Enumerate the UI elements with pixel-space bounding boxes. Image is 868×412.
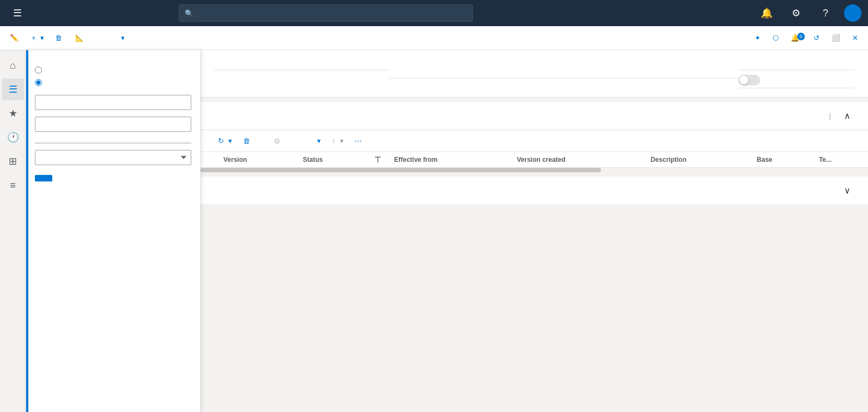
star-button[interactable]: ★ — [2, 102, 24, 124]
col-status[interactable]: Status — [296, 152, 368, 168]
description-input[interactable] — [35, 117, 191, 132]
compare-with-draft-button[interactable]: ⊙ — [270, 135, 287, 147]
option-group — [35, 65, 191, 86]
iso-section: ∨ — [201, 177, 868, 204]
config-fields — [214, 65, 855, 88]
nav-right: 🔔 ⚙ ? — [748, 2, 861, 24]
edit-icon: ✏️ — [10, 34, 19, 42]
create-configuration-panel — [26, 50, 201, 412]
run-button[interactable] — [104, 36, 112, 40]
configurations-button[interactable] — [131, 36, 140, 40]
versions-section: | ∧ ↻ ▾ 🗑 ⊙ — [201, 102, 868, 172]
versions-toolbar: ↻ ▾ 🗑 ⊙ — [201, 130, 868, 152]
notifications-badge-button[interactable]: 🔔0 — [786, 32, 806, 44]
description-config-field — [389, 65, 563, 88]
secondary-toolbar: ✏️ + ▾ 🗑 📐 ▾ ✦ ⬡ 🔔0 ↺ ⬜ ✕ — [0, 26, 868, 50]
search-bar[interactable]: 🔍 — [179, 4, 473, 22]
validate-button[interactable] — [93, 36, 101, 40]
main-layout: ⌂ ☰ ★ 🕐 ⊞ ≡ — [0, 50, 868, 412]
list-button[interactable]: ☰ — [2, 78, 24, 100]
configurations-section — [201, 50, 868, 98]
edit-button[interactable]: ✏️ — [5, 32, 25, 44]
radio-root-input[interactable] — [35, 66, 42, 74]
get-this-version-button[interactable] — [259, 139, 268, 143]
name-input[interactable] — [35, 95, 191, 110]
create-configuration-submit-button[interactable] — [35, 175, 52, 181]
recent-button[interactable]: 🕐 — [2, 126, 24, 148]
table-header-row: Version Status ⊤ Effective from Version … — [201, 152, 868, 168]
radio-root-item — [35, 65, 191, 74]
filter-icon: ⊤ — [374, 155, 381, 164]
toggle-thumb — [739, 76, 748, 84]
radio-derive-item — [35, 78, 191, 86]
upload-chevron-icon: ▾ — [340, 137, 344, 145]
name-config-field — [214, 65, 389, 88]
exchange-button[interactable]: ▾ — [114, 32, 129, 44]
more-options-button[interactable]: ⋯ — [350, 135, 366, 147]
config-provider-value — [35, 138, 191, 143]
open-new-window-button[interactable]: ⬡ — [768, 32, 783, 44]
help-button[interactable]: ? — [815, 2, 836, 24]
hamburger-menu-button[interactable]: ☰ — [7, 2, 28, 24]
radio-derive-input[interactable] — [35, 79, 42, 86]
target-model-select[interactable] — [35, 150, 191, 165]
compare-icon: ⊙ — [274, 137, 280, 145]
scroll-bar-thumb[interactable] — [201, 168, 601, 172]
rebase-button[interactable] — [300, 139, 308, 143]
dashboard-button[interactable]: ⊞ — [2, 150, 24, 172]
target-model-field — [35, 150, 191, 165]
delete-icon: 🗑 — [55, 34, 62, 42]
versions-delete-icon: 🗑 — [243, 137, 250, 145]
col-description[interactable]: Description — [644, 152, 750, 168]
iso-collapse-button[interactable]: ∨ — [840, 183, 855, 198]
designer-button[interactable]: 📐 — [71, 32, 90, 44]
versions-run-button[interactable] — [289, 139, 298, 143]
home-button[interactable]: ⌂ — [2, 54, 24, 76]
col-base[interactable]: Base — [750, 152, 812, 168]
config-provider-field — [35, 138, 191, 143]
panel-accent — [26, 50, 28, 412]
exchange-chevron-icon: ▾ — [121, 34, 125, 42]
description-field — [35, 117, 191, 132]
upload-icon: ↑ — [332, 137, 336, 145]
designer-icon: 📐 — [75, 34, 84, 42]
create-configuration-button[interactable]: + ▾ — [27, 32, 48, 44]
default-mapping-row — [738, 75, 855, 88]
versions-exchange-button[interactable]: ▾ — [311, 135, 325, 147]
col-version[interactable]: Version — [217, 152, 296, 168]
default-mapping-toggle[interactable] — [738, 75, 760, 86]
name-field — [35, 95, 191, 110]
description-config-value — [389, 68, 563, 78]
reports-button[interactable]: ≡ — [2, 174, 24, 196]
plus-icon: + — [32, 34, 36, 42]
versions-table: Version Status ⊤ Effective from Version … — [201, 152, 868, 168]
avatar[interactable] — [844, 4, 861, 22]
search-icon: 🔍 — [185, 9, 193, 17]
collapse-versions-button[interactable]: ∧ — [840, 108, 855, 123]
exchange-chevron-2-icon: ▾ — [317, 137, 321, 145]
provider-config-field — [738, 65, 855, 88]
col-re — [201, 152, 217, 168]
sidebar-icons: ⌂ ☰ ★ 🕐 ⊞ ≡ — [0, 50, 26, 412]
main-content-area: | ∧ ↻ ▾ 🗑 ⊙ — [201, 50, 868, 412]
col-version-created[interactable]: Version created — [510, 152, 644, 168]
personalize-button[interactable]: ✦ — [750, 32, 765, 44]
col-effective-from[interactable]: Effective from — [387, 152, 510, 168]
settings-button[interactable]: ⚙ — [785, 2, 807, 24]
change-status-chevron: ▾ — [228, 137, 232, 145]
country-config-value — [563, 68, 738, 78]
maximize-button[interactable]: ⬜ — [827, 32, 845, 44]
col-filter[interactable]: ⊤ — [368, 152, 387, 168]
versions-delete-button[interactable]: 🗑 — [239, 135, 257, 147]
change-status-button[interactable]: ↻ ▾ — [214, 135, 236, 147]
close-button[interactable]: ✕ — [848, 32, 863, 44]
options-button[interactable] — [142, 36, 151, 40]
versions-meta: | ∧ — [825, 108, 855, 123]
notification-button[interactable]: 🔔 — [756, 2, 778, 24]
top-nav: ☰ 🔍 🔔 ⚙ ? — [0, 0, 868, 26]
horizontal-scrollbar[interactable] — [201, 168, 868, 172]
delete-button[interactable]: 🗑 — [51, 32, 69, 44]
upload-into-repository-button[interactable]: ↑ ▾ — [327, 135, 348, 147]
provider-config-value[interactable] — [738, 68, 855, 70]
refresh-button[interactable]: ↺ — [809, 32, 824, 44]
